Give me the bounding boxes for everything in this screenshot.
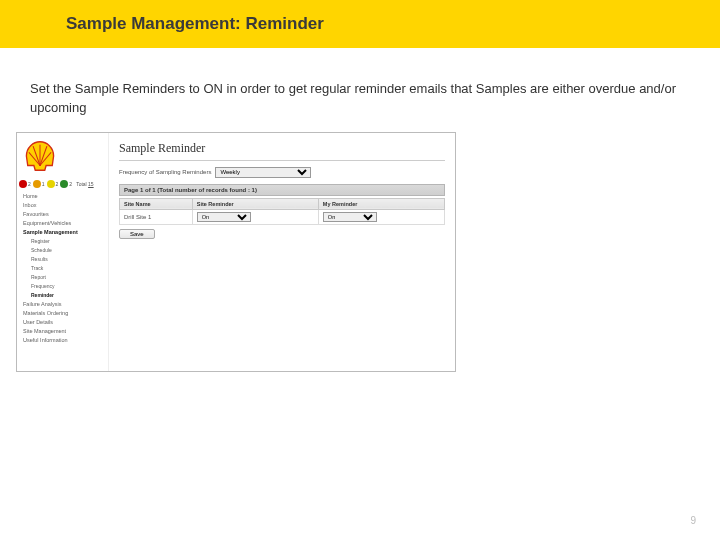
- frequency-select[interactable]: Weekly: [215, 167, 311, 178]
- site-reminder-select[interactable]: On: [197, 212, 251, 222]
- brand-logo: [17, 133, 108, 178]
- app-screenshot: 2 1 2 2 Total 15 Home Inbox Favourites E…: [16, 132, 456, 372]
- col-my-reminder: My Reminder: [318, 198, 444, 209]
- col-site-reminder: Site Reminder: [192, 198, 318, 209]
- frequency-label: Frequency of Sampling Reminders: [119, 169, 211, 175]
- nav-useful-info[interactable]: Useful Information: [17, 336, 108, 345]
- nav-schedule[interactable]: Schedule: [17, 246, 108, 255]
- col-site-name: Site Name: [120, 198, 193, 209]
- status-summary: 2 1 2 2 Total 15: [17, 178, 108, 192]
- nav-inbox[interactable]: Inbox: [17, 201, 108, 210]
- panel-title: Sample Reminder: [119, 141, 445, 161]
- nav-home[interactable]: Home: [17, 192, 108, 201]
- nav-equipment[interactable]: Equipment/Vehicles: [17, 219, 108, 228]
- save-button[interactable]: Save: [119, 229, 155, 239]
- nav-failure-analysis[interactable]: Failure Analysis: [17, 300, 108, 309]
- status-count-green: 2: [69, 181, 72, 187]
- pager-bar: Page 1 of 1 (Total number of records fou…: [119, 184, 445, 196]
- nav-sample-management[interactable]: Sample Management: [17, 228, 108, 237]
- intro-text: Set the Sample Reminders to ON in order …: [0, 48, 720, 132]
- page-title: Sample Management: Reminder: [66, 14, 324, 34]
- nav-menu: Home Inbox Favourites Equipment/Vehicles…: [17, 192, 108, 345]
- status-dot-green: [60, 180, 68, 188]
- my-reminder-select[interactable]: On: [323, 212, 377, 222]
- nav-results[interactable]: Results: [17, 255, 108, 264]
- status-dot-orange: [33, 180, 41, 188]
- cell-site-reminder: On: [192, 209, 318, 224]
- status-dot-yellow: [47, 180, 55, 188]
- nav-user-details[interactable]: User Details: [17, 318, 108, 327]
- cell-my-reminder: On: [318, 209, 444, 224]
- nav-favourites[interactable]: Favourites: [17, 210, 108, 219]
- frequency-row: Frequency of Sampling Reminders Weekly: [119, 167, 445, 178]
- reminder-table: Site Name Site Reminder My Reminder Dril…: [119, 198, 445, 225]
- shell-icon: [23, 139, 57, 173]
- nav-register[interactable]: Register: [17, 237, 108, 246]
- nav-report[interactable]: Report: [17, 273, 108, 282]
- nav-frequency[interactable]: Frequency: [17, 282, 108, 291]
- status-count-yellow: 2: [56, 181, 59, 187]
- nav-materials-ordering[interactable]: Materials Ordering: [17, 309, 108, 318]
- nav-track[interactable]: Track: [17, 264, 108, 273]
- status-dot-red: [19, 180, 27, 188]
- nav-site-management[interactable]: Site Management: [17, 327, 108, 336]
- table-header-row: Site Name Site Reminder My Reminder: [120, 198, 445, 209]
- status-count-red: 2: [28, 181, 31, 187]
- status-total: Total 15: [76, 181, 94, 187]
- nav-reminder[interactable]: Reminder: [17, 291, 108, 300]
- page-number: 9: [690, 515, 696, 526]
- title-bar: Sample Management: Reminder: [0, 0, 720, 48]
- main-panel: Sample Reminder Frequency of Sampling Re…: [109, 133, 455, 371]
- table-row: Drill Site 1 On On: [120, 209, 445, 224]
- left-sidebar: 2 1 2 2 Total 15 Home Inbox Favourites E…: [17, 133, 109, 371]
- status-count-orange: 1: [42, 181, 45, 187]
- cell-site-name: Drill Site 1: [120, 209, 193, 224]
